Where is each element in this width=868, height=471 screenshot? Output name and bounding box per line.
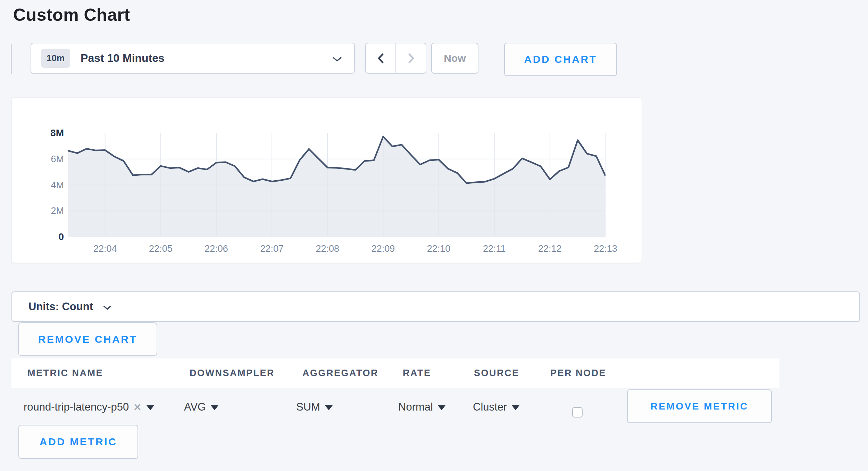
y-tick-label: 6M (26, 154, 64, 164)
next-range-button[interactable] (395, 43, 426, 73)
downsampler-select[interactable]: AVG (184, 399, 218, 415)
add-metric-button[interactable]: ADD METRIC (18, 425, 138, 459)
series-area (68, 137, 606, 237)
chart-plot[interactable] (68, 133, 606, 237)
now-button[interactable]: Now (431, 43, 478, 74)
clear-metric-icon[interactable]: ✕ (133, 401, 142, 413)
x-tick-label: 22:05 (149, 243, 173, 254)
column-header-aggregator: AGGREGATOR (302, 368, 378, 379)
x-tick-label: 22:10 (427, 243, 451, 254)
caret-down-icon (211, 405, 218, 410)
x-tick-label: 22:12 (538, 243, 562, 254)
rate-select[interactable]: Normal (398, 399, 445, 415)
metrics-table-header: METRIC NAME DOWNSAMPLER AGGREGATOR RATE … (11, 358, 779, 388)
y-tick-label: 2M (26, 206, 64, 216)
units-dropdown[interactable]: Units: Count (11, 291, 860, 322)
x-tick-label: 22:06 (205, 243, 228, 254)
x-tick-label: 22:07 (260, 243, 284, 254)
chart-card: 02M4M6M8M 22:0422:0522:0622:0722:0822:09… (11, 97, 642, 263)
x-tick-label: 22:11 (483, 243, 506, 254)
aggregator-value: SUM (296, 401, 320, 413)
remove-metric-button[interactable]: REMOVE METRIC (627, 389, 772, 423)
caret-down-icon (512, 405, 519, 410)
page-title: Custom Chart (13, 5, 130, 25)
caret-down-icon (147, 405, 154, 410)
left-accent-bar (11, 44, 12, 74)
downsampler-value: AVG (184, 401, 206, 413)
aggregator-select[interactable]: SUM (296, 399, 333, 415)
source-value: Cluster (473, 401, 507, 413)
custom-chart-page: Custom Chart 10m Past 10 Minutes Now ADD… (0, 0, 868, 471)
metric-name-value: round-trip-latency-p50 (24, 401, 129, 413)
time-range-badge: 10m (41, 49, 70, 68)
column-header-downsampler: DOWNSAMPLER (190, 368, 275, 379)
chevron-down-icon (103, 305, 112, 310)
chevron-left-icon (376, 52, 385, 65)
chart-svg[interactable] (68, 133, 606, 237)
time-range-dropdown[interactable]: 10m Past 10 Minutes (31, 43, 355, 74)
x-tick-label: 22:08 (316, 243, 340, 254)
y-tick-label: 0 (26, 232, 64, 242)
prev-range-button[interactable] (366, 43, 395, 73)
remove-chart-button[interactable]: REMOVE CHART (18, 322, 157, 356)
chevron-right-icon (407, 52, 416, 65)
per-node-checkbox[interactable] (572, 407, 583, 418)
x-tick-label: 22:13 (594, 243, 617, 254)
add-chart-button[interactable]: ADD CHART (504, 43, 617, 76)
column-header-per-node: PER NODE (550, 368, 606, 379)
x-tick-label: 22:04 (93, 243, 117, 254)
time-range-label: Past 10 Minutes (81, 52, 165, 65)
units-label: Units: Count (28, 300, 93, 313)
caret-down-icon (438, 405, 445, 410)
source-select[interactable]: Cluster (473, 399, 519, 415)
column-header-metric-name: METRIC NAME (27, 368, 103, 379)
column-header-rate: RATE (403, 368, 431, 379)
column-header-source: SOURCE (474, 368, 519, 379)
rate-value: Normal (398, 401, 433, 413)
x-tick-label: 22:09 (372, 243, 395, 254)
y-tick-label: 4M (26, 180, 64, 190)
time-range-nav (365, 43, 426, 74)
chevron-down-icon (332, 56, 342, 62)
caret-down-icon (325, 405, 333, 410)
metric-name-select[interactable]: round-trip-latency-p50 ✕ (24, 399, 154, 415)
y-tick-label: 8M (26, 128, 64, 138)
